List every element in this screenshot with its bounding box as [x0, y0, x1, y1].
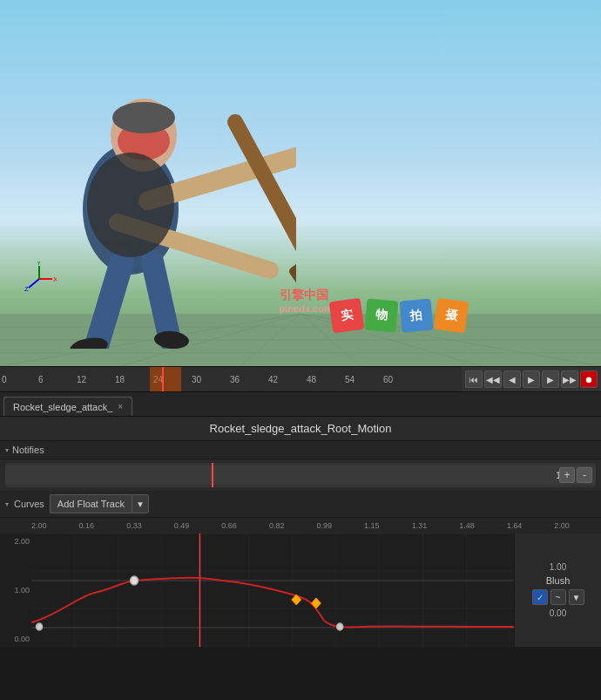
svg-line-19	[152, 262, 170, 340]
y-label-mid: 1.00	[2, 586, 30, 595]
x-label-6: 0.99	[316, 521, 332, 530]
curve-wave-button[interactable]: ~	[550, 589, 566, 605]
timeline-tick-6: 6	[38, 375, 44, 384]
curve-right-panel: 1.00 Blush ✓ ~ ▼ 0.00	[514, 533, 601, 647]
curve-name-label: Blush	[546, 575, 571, 586]
notify-add-button[interactable]: +	[559, 467, 575, 483]
x-label-2: 0.33	[126, 521, 142, 530]
x-label-8: 1.31	[412, 521, 428, 530]
svg-text:Y: Y	[37, 262, 42, 267]
timeline-tick-0: 0	[2, 375, 7, 384]
timeline-tick-42: 42	[268, 375, 278, 384]
to-start-button[interactable]: ⏮	[465, 370, 483, 388]
animation-tab[interactable]: Rocket_sledge_attack_ ×	[3, 397, 132, 416]
notify-buttons: + -	[559, 467, 592, 483]
x-label-4: 0.66	[221, 521, 237, 530]
keyframe-start	[36, 623, 42, 630]
viewport: 引擎中国 pinedx.com 实 物 拍 摄 X Y Z	[0, 0, 601, 366]
timeline-tick-48: 48	[307, 375, 316, 384]
notifies-label: Notifies	[12, 445, 44, 455]
curve-y-right-top: 1.00	[550, 562, 566, 572]
curves-header: ▾ Curves Add Float Track ▼	[0, 491, 601, 518]
x-label-5: 0.82	[269, 521, 285, 530]
curve-graph-wrapper: 2.00 1.00 0.00	[0, 533, 601, 647]
curves-section: ▾ Curves Add Float Track ▼ 2.00 0.16 0.3…	[0, 491, 601, 647]
x-label-10: 1.64	[507, 521, 523, 530]
x-label-3: 0.49	[174, 521, 190, 530]
notifies-arrow: ▾	[5, 446, 9, 454]
timeline-tick-60: 60	[383, 375, 393, 384]
badge-camera: 摄	[433, 298, 469, 334]
curve-y-right-bottom: 0.00	[550, 608, 566, 618]
next-key-button[interactable]: ▶▶	[561, 370, 578, 388]
curve-checkbox[interactable]: ✓	[532, 589, 548, 605]
timeline-tick-30: 30	[192, 375, 201, 384]
prev-key-button[interactable]: ◀◀	[484, 370, 502, 388]
curve-dropdown-button[interactable]: ▼	[569, 589, 584, 605]
curve-y-labels: 2.00 1.00 0.00	[0, 533, 31, 647]
notify-playhead	[212, 463, 213, 487]
tab-close-button[interactable]: ×	[118, 402, 123, 411]
svg-point-22	[87, 153, 174, 257]
badge-shoot: 拍	[399, 298, 433, 332]
axis-indicator: X Y Z	[22, 262, 57, 296]
badge-object: 物	[364, 298, 398, 332]
watermark-badges: 实 物 拍 摄	[331, 300, 467, 331]
add-float-main[interactable]: Add Float Track	[50, 494, 132, 513]
step-back-button[interactable]: ◀	[503, 370, 521, 388]
anim-title: Rocket_sledge_attack_Root_Motion	[0, 417, 601, 441]
add-float-dropdown[interactable]: ▼	[132, 494, 149, 513]
svg-text:Z: Z	[24, 285, 29, 293]
timeline-controls: ⏮ ◀◀ ◀ ▶ ▶ ▶▶ ⏺	[462, 367, 601, 391]
curve-x-labels: 2.00 0.16 0.33 0.49 0.66 0.82 0.99 1.15 …	[0, 518, 601, 533]
x-label-1: 0.16	[79, 521, 95, 530]
notifies-section: ▾ Notifies 1 + -	[0, 441, 601, 487]
curve-controls: ✓ ~ ▼	[532, 589, 584, 605]
timeline-tick-54: 54	[345, 375, 355, 384]
curves-label: Curves	[14, 499, 44, 509]
x-label-9: 1.48	[459, 521, 475, 530]
keyframe-1	[131, 576, 138, 585]
notifies-header: ▾ Notifies	[0, 441, 601, 459]
curve-graph-container[interactable]: 2.00 1.00 0.00	[0, 533, 514, 647]
play-button[interactable]: ▶	[523, 370, 540, 388]
x-label-11: 2.00	[554, 521, 570, 530]
step-fwd-button[interactable]: ▶	[542, 370, 559, 388]
timeline-numbers[interactable]: 0 6 12 18 24 30 36 42 48 54 60	[0, 367, 462, 391]
timeline-bar: 0 6 12 18 24 30 36 42 48 54 60 ⏮ ◀◀ ◀ ▶ …	[0, 366, 601, 392]
add-float-track-button[interactable]: Add Float Track ▼	[50, 494, 149, 513]
x-label-0: 2.00	[31, 521, 47, 530]
notifies-track[interactable]: 1 + -	[5, 463, 596, 487]
svg-line-18	[96, 262, 122, 349]
tab-label: Rocket_sledge_attack_	[13, 402, 112, 412]
timeline-tick-36: 36	[230, 375, 240, 384]
svg-line-25	[29, 279, 39, 288]
anim-panel: Rocket_sledge_attack_Root_Motion ▾ Notif…	[0, 417, 601, 647]
keyframe-2	[337, 623, 343, 630]
timeline-tick-12: 12	[77, 375, 86, 384]
curves-arrow: ▾	[5, 500, 9, 508]
y-label-top: 2.00	[2, 537, 30, 546]
y-label-bottom: 0.00	[2, 635, 30, 643]
curve-svg	[31, 533, 514, 647]
keyframe-diamond-2	[312, 598, 321, 608]
badge-real: 实	[328, 298, 364, 334]
timeline-playhead	[162, 367, 164, 391]
tab-bar: Rocket_sledge_attack_ ×	[0, 392, 601, 417]
svg-text:X: X	[53, 275, 57, 283]
notify-remove-button[interactable]: -	[577, 467, 592, 483]
record-button[interactable]: ⏺	[580, 370, 598, 388]
timeline-tick-18: 18	[115, 375, 125, 384]
x-label-7: 1.15	[364, 521, 380, 530]
timeline-selection	[150, 367, 181, 391]
svg-point-13	[112, 102, 175, 133]
